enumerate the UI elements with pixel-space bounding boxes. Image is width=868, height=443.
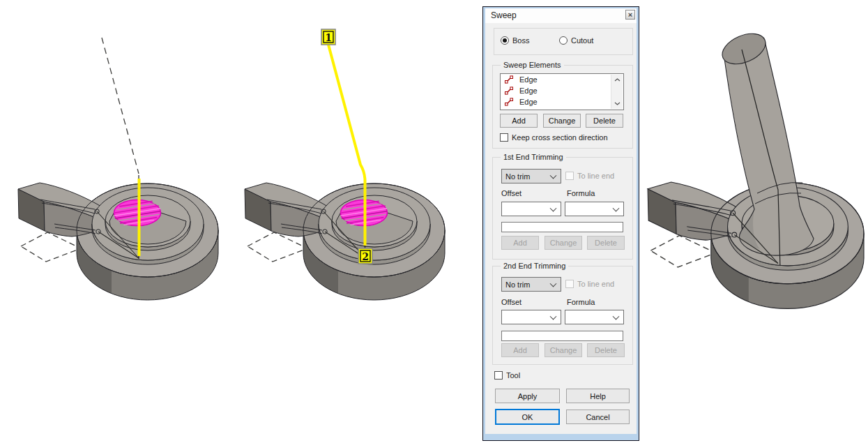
tool-checkbox[interactable]: Tool	[494, 371, 520, 380]
radio-cutout-circle[interactable]	[559, 36, 568, 45]
trim1-offset-select[interactable]	[501, 202, 561, 216]
delete-label: Delete	[595, 239, 617, 247]
dialog-title: Sweep	[491, 8, 517, 23]
list-item-text: Edge	[519, 87, 538, 95]
add-label: Add	[513, 239, 527, 247]
view2-path-selected[interactable]: 1 2	[245, 29, 445, 300]
chevron-down-icon	[550, 172, 557, 179]
keep-cross-section-box[interactable]	[500, 133, 508, 142]
scroll-up-arrow[interactable]	[611, 75, 623, 85]
trim1-formula-select[interactable]	[565, 202, 624, 216]
add-label: Add	[512, 117, 526, 125]
apply-label: Apply	[518, 392, 538, 400]
chevron-down-icon	[613, 204, 620, 211]
change-label: Change	[550, 239, 577, 247]
label1-text: 1	[325, 32, 332, 43]
add-label: Add	[513, 346, 527, 354]
trim1-label: 1st End Trimming	[501, 153, 566, 161]
cad-workspace: 1 2 Sweep ×	[0, 0, 868, 443]
edge-icon	[505, 98, 513, 106]
list-item-edge[interactable]: Edge	[501, 85, 623, 96]
apply-button[interactable]: Apply	[495, 389, 560, 403]
radio-boss[interactable]: Boss	[501, 36, 529, 45]
view1-path-sketch[interactable]	[18, 38, 218, 300]
trim2-mode-value: No trim	[505, 280, 530, 289]
cancel-button[interactable]: Cancel	[566, 410, 630, 424]
radio-cutout-label: Cutout	[571, 36, 593, 45]
close-icon: ×	[628, 8, 632, 22]
chevron-down-icon	[550, 280, 557, 287]
trim1-offset-label: Offset	[501, 189, 521, 197]
keep-cross-section-checkbox[interactable]: Keep cross section direction	[500, 133, 608, 142]
trim1-mode-value: No trim	[505, 172, 530, 181]
dialog-body: Sweep × Boss Cutout Sweep Elements	[485, 8, 637, 434]
chevron-down-icon	[613, 313, 620, 320]
trim2-mode-select[interactable]: No trim	[501, 277, 561, 292]
chevron-up-icon	[614, 78, 620, 82]
trim1-to-line-end-checkbox[interactable]: To line end	[565, 172, 614, 180]
point-label-1: 1	[321, 29, 335, 45]
scroll-down-arrow[interactable]	[611, 98, 623, 109]
point-label-2: 2	[358, 248, 372, 264]
sweep-elements-list[interactable]: Edge Edge Edge	[500, 73, 624, 110]
radio-boss-label: Boss	[512, 36, 529, 45]
trim2-to-line-end-box[interactable]	[565, 280, 574, 288]
trim2-label: 2nd End Trimming	[501, 262, 568, 270]
elements-add-button[interactable]: Add	[500, 114, 538, 128]
chevron-down-icon	[550, 204, 557, 211]
view3-sweep-result[interactable]	[648, 28, 864, 309]
sweep-elements-label: Sweep Elements	[501, 61, 564, 69]
sweep-dialog: Sweep × Boss Cutout Sweep Elements	[482, 6, 639, 441]
label2-text: 2	[362, 251, 369, 262]
close-button[interactable]: ×	[625, 10, 635, 20]
help-label: Help	[590, 392, 606, 400]
trim2-to-line-end-checkbox[interactable]: To line end	[565, 280, 614, 288]
ok-label: OK	[522, 413, 533, 421]
cancel-label: Cancel	[586, 413, 609, 421]
trim1-to-line-end-box[interactable]	[565, 172, 574, 180]
keep-cross-section-label: Keep cross section direction	[512, 133, 608, 142]
elements-change-button[interactable]: Change	[543, 114, 581, 128]
trim2-expression-input[interactable]	[501, 331, 623, 341]
delete-label: Delete	[593, 117, 616, 125]
trim1-to-line-end-label: To line end	[577, 172, 614, 180]
chevron-down-icon	[614, 102, 620, 105]
change-label: Change	[549, 117, 576, 125]
trim1-mode-select[interactable]: No trim	[501, 169, 561, 183]
help-button[interactable]: Help	[566, 389, 630, 403]
path-construction-line[interactable]	[102, 38, 139, 174]
trim2-change-button[interactable]: Change	[545, 343, 582, 357]
dialog-content: Boss Cutout Sweep Elements Edge Edge	[485, 23, 637, 434]
radio-boss-circle[interactable]	[501, 36, 509, 45]
trim2-formula-select[interactable]	[565, 310, 624, 324]
list-scrollbar[interactable]	[611, 75, 623, 109]
chevron-down-icon	[550, 313, 557, 320]
dialog-titlebar[interactable]: Sweep ×	[485, 8, 637, 23]
trim2-delete-button[interactable]: Delete	[587, 343, 625, 357]
trim2-to-line-end-label: To line end	[577, 280, 614, 288]
trim1-add-button[interactable]: Add	[501, 236, 539, 250]
list-item-text: Edge	[519, 75, 538, 84]
list-item-text: Edge	[519, 98, 538, 106]
radio-cutout[interactable]: Cutout	[559, 36, 593, 45]
change-label: Change	[550, 346, 577, 354]
trim2-formula-label: Formula	[567, 298, 595, 306]
ok-button[interactable]: OK	[495, 409, 560, 425]
delete-label: Delete	[595, 346, 617, 354]
trim2-offset-label: Offset	[501, 298, 521, 306]
trim2-add-button[interactable]: Add	[501, 343, 539, 357]
trim2-offset-select[interactable]	[501, 310, 561, 324]
part-base[interactable]	[18, 183, 218, 300]
list-item-edge[interactable]: Edge	[501, 74, 623, 85]
trim1-change-button[interactable]: Change	[545, 236, 582, 250]
trim1-expression-input[interactable]	[501, 222, 623, 232]
list-item-edge[interactable]: Edge	[501, 96, 623, 107]
tool-box[interactable]	[494, 371, 503, 380]
trim1-delete-button[interactable]: Delete	[587, 236, 625, 250]
elements-delete-button[interactable]: Delete	[586, 114, 623, 128]
trim1-formula-label: Formula	[567, 189, 595, 197]
part-base[interactable]	[245, 183, 445, 300]
3d-viewport[interactable]: 1 2	[0, 0, 868, 443]
tool-label: Tool	[506, 371, 520, 380]
edge-icon	[505, 87, 513, 95]
